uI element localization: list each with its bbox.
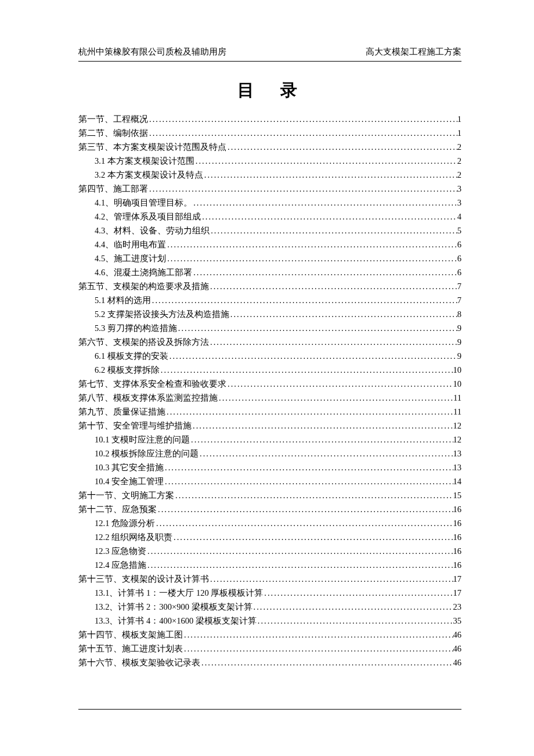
toc-dots	[229, 310, 457, 319]
toc-entry-page: 6	[457, 268, 461, 277]
toc-dots	[146, 561, 453, 570]
toc-entry-label: 第十四节、模板支架施工图	[78, 631, 183, 639]
toc-entry-page: 9	[457, 338, 461, 347]
toc-dots	[201, 213, 457, 221]
toc-entry-label: 10.2 模板拆除应注意的问题	[95, 449, 199, 458]
toc-dots	[199, 449, 453, 458]
toc-entry: 第四节、施工部署3	[78, 185, 461, 193]
toc-entry-page: 1	[457, 129, 461, 138]
toc-entry-label: 6.1 模板支撑的安装	[95, 352, 168, 361]
toc-entry: 第十六节、模板支架验收记录表46	[78, 658, 461, 667]
toc-entry-page: 1	[457, 115, 461, 124]
toc-dots	[226, 380, 453, 388]
toc-entry: 12.4 应急措施16	[78, 561, 461, 570]
toc-entry-label: 12.4 应急措施	[95, 561, 146, 570]
toc-entry-label: 12.1 危险源分析	[95, 519, 155, 528]
toc-entry-page: 17	[453, 575, 462, 584]
toc-entry: 4.4、临时用电布置6	[78, 240, 461, 249]
toc-entry-page: 2	[457, 171, 461, 179]
page-header: 杭州中策橡胶有限公司质检及辅助用房 高大支模架工程施工方案	[78, 46, 461, 62]
toc-dots	[209, 338, 457, 347]
toc-entry-page: 6	[457, 240, 461, 249]
toc-entry: 第九节、质量保证措施11	[78, 408, 461, 416]
toc-dots	[164, 477, 453, 486]
toc-entry-page: 10	[453, 366, 462, 375]
toc-dots	[200, 658, 453, 667]
toc-entry-page: 9	[457, 352, 461, 361]
footer-divider	[78, 709, 461, 710]
toc-entry-page: 46	[453, 645, 462, 653]
toc-entry-label: 第七节、支撑体系安全检查和验收要求	[78, 380, 226, 388]
toc-entry: 10.3 其它安全措施13	[78, 463, 461, 472]
toc-entry-page: 3	[457, 199, 461, 207]
toc-entry-page: 14	[453, 477, 462, 486]
toc-entry-label: 5.1 材料的选用	[95, 296, 151, 305]
toc-entry: 第七节、支撑体系安全检查和验收要求10	[78, 380, 461, 388]
toc-entry: 第十四节、模板支架施工图46	[78, 631, 461, 639]
toc-entry-page: 7	[457, 296, 461, 305]
toc-entry: 4.3、材料、设备、劳动力组织5	[78, 226, 461, 235]
toc-entry-label: 第十三节、支模架的设计及计算书	[78, 575, 209, 584]
toc-dots	[174, 491, 453, 500]
toc-entry-label: 第十节、安全管理与维护措施	[78, 422, 192, 430]
toc-entry: 第一节、工程概况1	[78, 115, 461, 124]
toc-entry-label: 12.3 应急物资	[95, 547, 146, 556]
toc-entry: 4.6、混凝土浇捣施工部署6	[78, 268, 461, 277]
toc-dots	[151, 296, 457, 305]
toc-entry-label: 第五节、支模架的构造要求及措施	[78, 282, 209, 291]
toc-dots	[148, 185, 457, 193]
toc-dots	[172, 533, 453, 542]
toc-entry-page: 16	[453, 561, 462, 570]
toc-entry: 4.2、管理体系及项目部组成4	[78, 213, 461, 221]
toc-entry-page: 7	[457, 282, 461, 291]
toc-dots	[166, 240, 457, 249]
toc-dots	[160, 366, 453, 375]
toc-entry-page: 12	[453, 422, 462, 430]
toc-dots	[252, 603, 453, 611]
toc-entry-page: 3	[457, 185, 461, 193]
toc-dots	[165, 408, 453, 416]
toc-entry-label: 第十六节、模板支架验收记录表	[78, 658, 200, 667]
toc-entry-page: 16	[453, 547, 462, 556]
toc-dots	[218, 394, 453, 402]
toc-entry-page: 23	[453, 603, 462, 611]
toc-dots	[164, 463, 453, 472]
toc-entry-label: 4.5、施工进度计划	[95, 254, 166, 263]
toc-entry-label: 13.1、计算书 1：一楼大厅 120 厚板模板计算	[95, 589, 263, 597]
toc-entry: 6.1 模板支撑的安装9	[78, 352, 461, 361]
toc-entry: 5.1 材料的选用7	[78, 296, 461, 305]
toc-entry: 第三节、本方案支模架设计范围及特点2	[78, 143, 461, 152]
toc-entry: 13.2、计算书 2：300×900 梁模板支架计算23	[78, 603, 461, 611]
toc-entry-label: 3.2 本方案支模架设计及特点	[95, 171, 203, 179]
toc-entry: 第十一节、文明施工方案15	[78, 491, 461, 500]
toc-entry-label: 第六节、支模架的搭设及拆除方法	[78, 338, 209, 347]
toc-dots	[148, 115, 457, 124]
toc-entry-page: 11	[453, 394, 461, 402]
toc-dots	[148, 129, 457, 138]
toc-entry: 13.3、计算书 4：400×1600 梁模板支架计算35	[78, 617, 461, 625]
toc-entry-label: 13.3、计算书 4：400×1600 梁模板支架计算	[95, 617, 257, 625]
toc-entry-page: 15	[453, 491, 462, 500]
toc-entry-label: 10.3 其它安全措施	[95, 463, 164, 472]
toc-entry-label: 4.1、明确项目管理目标。	[95, 199, 192, 207]
toc-entry-page: 10	[453, 380, 462, 388]
toc-entry: 第六节、支模架的搭设及拆除方法9	[78, 338, 461, 347]
toc-entry-label: 13.2、计算书 2：300×900 梁模板支架计算	[95, 603, 252, 611]
toc-entry-label: 第二节、编制依据	[78, 129, 148, 138]
toc-entry-page: 46	[453, 658, 462, 667]
toc-entry: 第五节、支模架的构造要求及措施7	[78, 282, 461, 291]
toc-dots	[177, 324, 457, 333]
toc-dots	[192, 268, 457, 277]
toc-dots	[209, 575, 453, 584]
toc-entry: 10.1 支模时应注意的问题12	[78, 435, 461, 444]
toc-dots	[192, 422, 453, 430]
toc-dots	[257, 617, 453, 625]
toc-entry-page: 12	[453, 435, 462, 444]
toc-dots	[190, 435, 453, 444]
toc-entry-label: 10.1 支模时应注意的问题	[95, 435, 190, 444]
toc-entry: 12.2 组织网络及职责16	[78, 533, 461, 542]
toc-entry-label: 4.6、混凝土浇捣施工部署	[95, 268, 192, 277]
toc-entry-label: 4.4、临时用电布置	[95, 240, 166, 249]
toc-entry-page: 8	[457, 310, 461, 319]
toc-entry-page: 17	[453, 589, 462, 597]
